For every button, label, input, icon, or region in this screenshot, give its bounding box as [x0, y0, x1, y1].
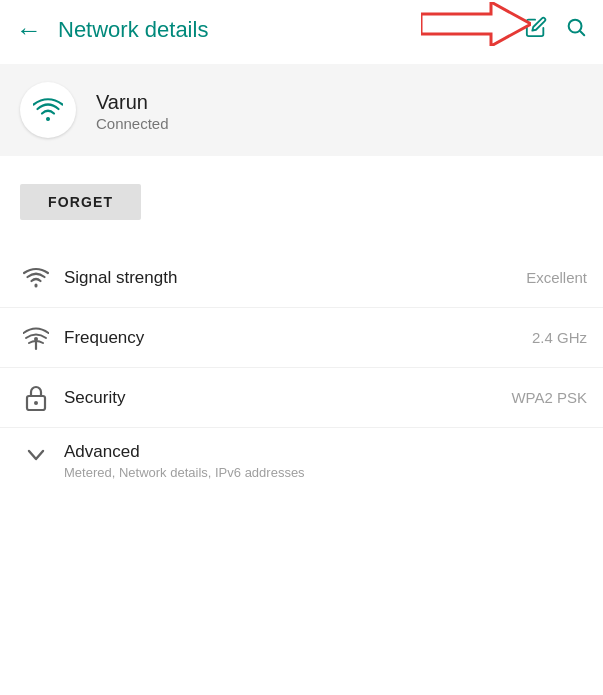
frequency-label: Frequency	[56, 328, 532, 348]
wifi-connected-icon	[33, 97, 63, 123]
forget-section: FORGET	[0, 156, 603, 248]
network-status: Connected	[96, 115, 169, 132]
search-icon	[565, 16, 587, 38]
svg-line-2	[580, 31, 584, 35]
network-info-section: Varun Connected	[0, 64, 603, 156]
forget-button[interactable]: FORGET	[20, 184, 141, 220]
signal-strength-icon	[16, 267, 56, 289]
chevron-down-icon	[16, 442, 56, 466]
svg-point-3	[46, 117, 50, 121]
advanced-row[interactable]: Advanced Metered, Network details, IPv6 …	[0, 428, 603, 494]
advanced-content: Advanced Metered, Network details, IPv6 …	[56, 442, 587, 480]
back-button[interactable]: ←	[16, 17, 42, 43]
security-value: WPA2 PSK	[511, 389, 587, 406]
advanced-label: Advanced	[64, 442, 587, 462]
signal-strength-row: Signal strength Excellent	[0, 248, 603, 308]
signal-strength-value: Excellent	[526, 269, 587, 286]
svg-point-7	[34, 401, 38, 405]
security-label: Security	[56, 388, 511, 408]
advanced-sublabel: Metered, Network details, IPv6 addresses	[64, 465, 587, 480]
svg-marker-0	[421, 2, 531, 46]
security-row: Security WPA2 PSK	[0, 368, 603, 428]
lock-icon-container	[16, 385, 56, 411]
annotation-arrow	[421, 2, 531, 46]
network-name: Varun	[96, 89, 169, 115]
lock-icon	[25, 385, 47, 411]
header: ← Network details	[0, 0, 603, 60]
frequency-value: 2.4 GHz	[532, 329, 587, 346]
network-text: Varun Connected	[96, 89, 169, 132]
frequency-icon	[16, 325, 56, 351]
signal-strength-label: Signal strength	[56, 268, 526, 288]
frequency-row: Frequency 2.4 GHz	[0, 308, 603, 368]
network-icon-circle	[20, 82, 76, 138]
search-button[interactable]	[565, 16, 587, 44]
svg-point-5	[34, 337, 38, 341]
